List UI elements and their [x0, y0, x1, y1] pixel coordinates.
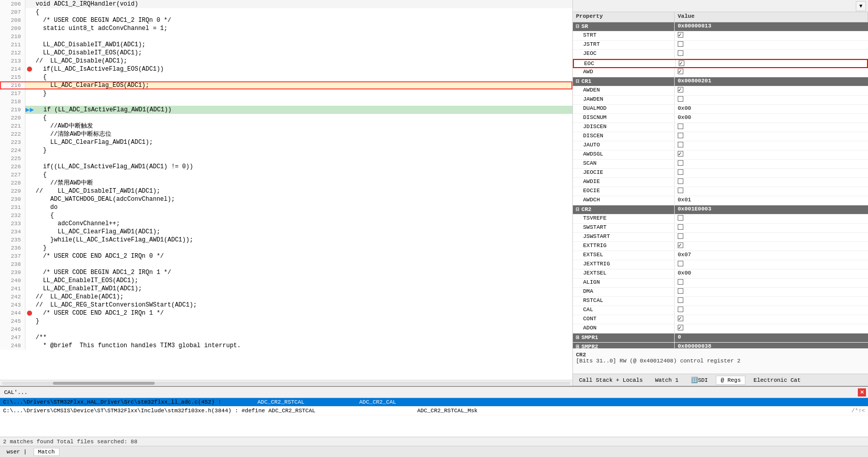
breakpoint-indicator[interactable] [25, 146, 34, 155]
prop-row-JEXTTRIG[interactable]: JEXTTRIG [573, 260, 868, 269]
code-line[interactable]: 232 { [0, 211, 572, 220]
prop-row-value[interactable] [675, 32, 868, 40]
unchecked-checkbox[interactable] [678, 124, 683, 129]
breakpoint-indicator[interactable] [25, 179, 34, 187]
code-line[interactable]: 222 //清除AWD中断标志位 [0, 130, 572, 138]
unchecked-checkbox[interactable] [678, 261, 683, 266]
prop-row-value[interactable] [675, 187, 868, 196]
code-line[interactable]: 241 LL_ADC_EnableIT_AWD1(ADC1); [0, 285, 572, 293]
prop-row-EOC[interactable]: EOC [573, 59, 868, 68]
breakpoint-indicator[interactable] [25, 187, 34, 195]
prop-row-value[interactable] [675, 242, 868, 251]
prop-row-value[interactable] [675, 233, 868, 241]
prop-row-AWD[interactable]: AWD [573, 68, 868, 77]
prop-row-TSVREFE[interactable]: TSVREFE [573, 215, 868, 224]
prop-row-AWDIE[interactable]: AWDIE [573, 178, 868, 187]
code-line[interactable]: 217 } [0, 89, 572, 98]
prop-row-value[interactable] [675, 224, 868, 232]
prop-row-value[interactable] [675, 123, 868, 132]
prop-row-value[interactable] [675, 96, 868, 104]
breakpoint-indicator[interactable] [25, 138, 34, 146]
unchecked-checkbox[interactable] [678, 279, 683, 285]
unchecked-checkbox[interactable] [678, 133, 683, 138]
code-line[interactable]: 228 //禁用AWD中断 [0, 179, 572, 187]
prop-row-value[interactable] [675, 178, 868, 187]
prop-row-value[interactable] [676, 60, 867, 67]
breakpoint-indicator[interactable] [25, 49, 34, 57]
code-line[interactable]: 242// LL_ADC_Enable(ADC1); [0, 293, 572, 301]
prop-row-DISCEN[interactable]: DISCEN [573, 132, 868, 141]
checked-checkbox[interactable] [678, 69, 683, 74]
prop-row-EOCIE[interactable]: EOCIE [573, 187, 868, 196]
breakpoint-indicator[interactable] [25, 228, 34, 236]
checked-checkbox[interactable] [679, 60, 684, 66]
breakpoint-indicator[interactable] [25, 73, 34, 81]
code-line[interactable]: 220 { [0, 114, 572, 122]
prop-row-STRT[interactable]: STRT [573, 32, 868, 41]
unchecked-checkbox[interactable] [678, 96, 683, 102]
prop-row-value[interactable] [675, 86, 868, 95]
prop-row-EXTTRIG[interactable]: EXTTRIG [573, 242, 868, 251]
bottom-tab-wser|[interactable]: wser | [2, 448, 32, 456]
prop-row-value[interactable] [675, 132, 868, 141]
code-line[interactable]: 230 ADC_WATCHDOG_DEAL(adcConvChannel); [0, 195, 572, 203]
breakpoint-indicator[interactable] [25, 260, 34, 268]
code-line[interactable]: 218 [0, 98, 572, 106]
prop-group-SMPR1[interactable]: ⊞SMPR1 0 [573, 333, 868, 343]
horizontal-scrollbar[interactable] [0, 380, 572, 386]
breakpoint-indicator[interactable] [25, 317, 34, 325]
breakpoint-indicator[interactable] [25, 65, 34, 73]
checked-checkbox[interactable] [678, 87, 683, 93]
breakpoint-indicator[interactable] [25, 114, 34, 122]
bottom-tab-match[interactable]: Match [34, 448, 60, 456]
prop-row-value[interactable] [675, 324, 868, 333]
prop-row-JEXTSEL[interactable]: JEXTSEL0x00 [573, 269, 868, 279]
code-line[interactable]: 246 [0, 325, 572, 333]
prop-row-value[interactable] [675, 297, 868, 306]
breakpoint-indicator[interactable] [25, 41, 34, 49]
code-line[interactable]: 210 [0, 33, 572, 41]
code-line[interactable]: 238 [0, 260, 572, 268]
breakpoint-indicator[interactable] [25, 24, 34, 33]
code-line[interactable]: 229// LL_ADC_DisableIT_AWD1(ADC1); [0, 187, 572, 195]
unchecked-checkbox[interactable] [678, 178, 683, 184]
breakpoint-indicator[interactable] [25, 244, 34, 252]
code-line[interactable]: 223 LL_ADC_ClearFlag_AWD1(ADC1); [0, 138, 572, 146]
breakpoint-indicator[interactable] [25, 130, 34, 138]
breakpoint-indicator[interactable] [25, 236, 34, 244]
prop-row-value[interactable] [675, 169, 868, 177]
prop-row-JAWDEN[interactable]: JAWDEN [573, 96, 868, 105]
footer-tab-🔢sdi[interactable]: 🔢SDI [687, 376, 712, 384]
code-line[interactable]: 244 /* USER CODE END ADC1_2 IRQn 1 */ [0, 309, 572, 317]
prop-row-value[interactable] [675, 41, 868, 49]
breakpoint-indicator[interactable] [25, 325, 34, 333]
code-line[interactable]: 207{ [0, 8, 572, 16]
prop-row-RSTCAL[interactable]: RSTCAL [573, 297, 868, 306]
code-line[interactable]: 227 { [0, 171, 572, 179]
prop-row-CONT[interactable]: CONT [573, 315, 868, 324]
breakpoint-indicator[interactable] [25, 293, 34, 301]
prop-row-CAL[interactable]: CAL [573, 306, 868, 315]
expand-icon[interactable]: ⊟ [576, 206, 580, 212]
checked-checkbox[interactable] [678, 151, 683, 157]
prop-row-JSWSTART[interactable]: JSWSTART [573, 233, 868, 242]
footer-tab-watch1[interactable]: Watch 1 [651, 376, 682, 384]
prop-row-AWDSGL[interactable]: AWDSGL [573, 150, 868, 160]
prop-row-AWDEN[interactable]: AWDEN [573, 86, 868, 96]
prop-row-JAUTO[interactable]: JAUTO [573, 141, 868, 150]
unchecked-checkbox[interactable] [678, 50, 683, 56]
code-line[interactable]: 211 LL_ADC_DisableIT_AWD1(ADC1); [0, 41, 572, 49]
prop-row-EXTSEL[interactable]: EXTSEL0x07 [573, 251, 868, 260]
unchecked-checkbox[interactable] [678, 224, 683, 230]
footer-tab-callstack+locals[interactable]: Call Stack + Locals [575, 376, 647, 384]
breakpoint-indicator[interactable] [25, 98, 34, 106]
code-line[interactable]: 243// LL_ADC_REG_StartConversionSWStart(… [0, 301, 572, 309]
breakpoint-indicator[interactable] [25, 57, 34, 65]
unchecked-checkbox[interactable] [678, 215, 683, 221]
checked-checkbox[interactable] [678, 242, 683, 248]
expand-icon[interactable]: ⊟ [576, 78, 580, 84]
prop-row-SCAN[interactable]: SCAN [573, 160, 868, 169]
breakpoint-indicator[interactable] [25, 163, 34, 171]
prop-row-ALIGN[interactable]: ALIGN [573, 279, 868, 288]
breakpoint-indicator[interactable] [25, 301, 34, 309]
